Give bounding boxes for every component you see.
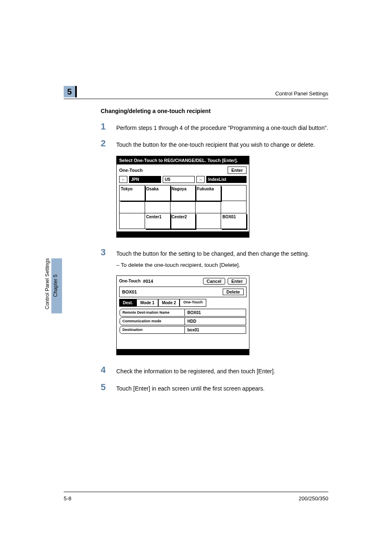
grid-cell-tokyo[interactable]: Tokyo [120,185,145,201]
panel-footer-bar [117,231,249,237]
lcd-panel-one-touch-edit: One-Touch #014 Cancel Enter BOX01 Delete… [116,275,328,355]
side-tab-chapter: Chapter 5 [51,258,62,313]
footer-rule [64,492,328,492]
page-number: 5-8 [64,495,71,502]
row-label-destination[interactable]: Destination [120,326,185,334]
grid-cell[interactable] [120,201,145,213]
step-2: 2 Touch the button for the one-touch rec… [101,139,328,149]
arrow-right-button[interactable]: → [196,176,205,183]
side-tab-section: Control Panel Settings [43,258,51,313]
step-text: Touch the button for the setting to be c… [116,250,309,257]
grid-cell[interactable] [221,201,247,213]
enter-button[interactable]: Enter [228,278,247,284]
step-3: 3 Touch the button for the setting to be… [101,247,328,269]
grid-cell[interactable] [196,201,221,213]
lcd-panel-one-touch-select: Select One-Touch to REG/CHANGE/DEL. Touc… [116,156,328,238]
panel-footer-bar [117,349,249,355]
step-number: 1 [101,122,109,132]
step-sub-note: – To delete the one-touch recipient, tou… [116,261,309,269]
enter-button[interactable]: Enter [228,166,247,174]
mode-1-tab[interactable]: Mode 1 [136,299,158,307]
grid-cell-osaka[interactable]: Osaka [145,185,171,201]
grid-cell-nagoya[interactable]: Nagoya [171,185,196,201]
grid-cell[interactable] [145,201,171,213]
step-number: 5 [101,382,109,393]
header-rule [64,99,328,99]
panel-instruction: Select One-Touch to REG/CHANGE/DEL. Touc… [117,156,249,164]
chapter-number-box: 5 [64,86,77,97]
delete-button[interactable]: Delete [223,289,244,295]
step-text: Perform steps 1 through 4 of the procedu… [116,122,328,132]
step-text: Check the information to be registered, … [116,365,275,375]
row-label-remote-name[interactable]: Remote Dest-ination Name [120,309,185,317]
tab-jpn[interactable]: JPN [129,176,161,183]
step-4: 4 Check the information to be registered… [101,365,328,375]
arrow-right-icon: → [198,177,203,181]
step-number: 2 [101,139,109,149]
row-value-destination: box01 [185,326,246,334]
mode-dest-tab[interactable]: Dest. [119,299,136,307]
arrow-left-button[interactable]: ← [119,176,127,183]
panel-title: One-Touch [119,168,143,173]
step-number: 4 [101,365,109,375]
tab-us[interactable]: US [163,176,195,183]
header-section-title: Control Panel Settings [275,90,328,97]
grid-cell[interactable] [171,201,196,213]
one-touch-grid: Tokyo Osaka Nagoya Fukuoka Center1 Cente… [119,185,247,229]
step-1: 1 Perform steps 1 through 4 of the proce… [101,122,328,132]
cancel-button[interactable]: Cancel [203,278,225,284]
row-label-comm-mode[interactable]: Communication mode [120,317,185,325]
grid-cell-box01[interactable]: BOX01 [221,213,247,229]
model-number: 200/250/350 [299,495,328,502]
step-number: 3 [101,247,109,269]
panel-title-small: One-Touch [119,279,141,283]
side-tab: Control Panel Settings Chapter 5 [43,258,62,313]
grid-cell[interactable] [221,185,247,201]
row-value-comm-mode: HDD [185,317,246,325]
grid-cell[interactable] [120,213,145,229]
mode-2-tab[interactable]: Mode 2 [158,299,180,307]
step-text: Touch [Enter] in each screen until the f… [116,382,265,393]
panel-entry-number: #014 [143,279,153,284]
mode-one-touch-tab[interactable]: One-Touch [180,299,206,307]
step-text: Touch the button for the one-touch recip… [116,139,315,149]
section-heading: Changing/deleting a one-touch recipient [101,108,328,114]
box-name: BOX01 [122,289,137,294]
step-5: 5 Touch [Enter] in each screen until the… [101,382,328,393]
index-list-button[interactable]: IndexList [206,176,247,183]
grid-cell-center1[interactable]: Center1 [145,213,171,229]
grid-cell[interactable] [196,213,221,229]
grid-cell-center2[interactable]: Center2 [171,213,196,229]
grid-cell-fukuoka[interactable]: Fukuoka [196,185,221,201]
arrow-left-icon: ← [121,177,125,181]
row-value-remote-name: BOX01 [185,309,246,317]
